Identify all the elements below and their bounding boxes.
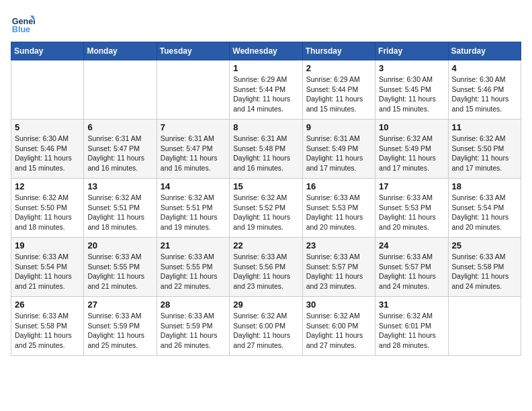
calendar-cell: 19 Sunrise: 6:33 AMSunset: 5:54 PMDaylig… <box>11 238 84 297</box>
day-number: 22 <box>233 240 298 250</box>
calendar-cell <box>11 60 84 120</box>
calendar-cell: 27 Sunrise: 6:33 AMSunset: 5:59 PMDaylig… <box>84 297 157 356</box>
calendar-cell: 11 Sunrise: 6:32 AMSunset: 5:50 PMDaylig… <box>448 120 521 179</box>
calendar-cell: 14 Sunrise: 6:32 AMSunset: 5:51 PMDaylig… <box>157 179 229 238</box>
day-info: Sunrise: 6:29 AMSunset: 5:44 PMDaylight:… <box>306 75 363 113</box>
day-number: 4 <box>452 63 517 73</box>
calendar-cell: 6 Sunrise: 6:31 AMSunset: 5:47 PMDayligh… <box>84 120 157 179</box>
day-number: 26 <box>15 300 80 310</box>
logo-icon: General Blue <box>11 11 35 35</box>
calendar-cell <box>448 297 521 356</box>
day-info: Sunrise: 6:33 AMSunset: 5:55 PMDaylight:… <box>87 253 144 290</box>
weekday-header: Sunday <box>11 42 84 60</box>
calendar-week-row: 1 Sunrise: 6:29 AMSunset: 5:44 PMDayligh… <box>11 60 521 120</box>
calendar-header: SundayMondayTuesdayWednesdayThursdayFrid… <box>11 42 521 60</box>
day-info: Sunrise: 6:33 AMSunset: 5:59 PMDaylight:… <box>87 312 144 349</box>
calendar-cell: 26 Sunrise: 6:33 AMSunset: 5:58 PMDaylig… <box>11 297 84 356</box>
day-info: Sunrise: 6:31 AMSunset: 5:48 PMDaylight:… <box>233 134 290 172</box>
calendar-cell: 20 Sunrise: 6:33 AMSunset: 5:55 PMDaylig… <box>84 238 157 297</box>
day-info: Sunrise: 6:31 AMSunset: 5:47 PMDaylight:… <box>161 134 218 172</box>
day-number: 29 <box>233 300 298 310</box>
weekday-header: Monday <box>84 42 157 60</box>
calendar-cell: 8 Sunrise: 6:31 AMSunset: 5:48 PMDayligh… <box>230 120 302 179</box>
day-number: 15 <box>233 181 298 191</box>
day-number: 7 <box>161 122 226 132</box>
day-number: 21 <box>161 240 226 250</box>
day-number: 27 <box>87 300 152 310</box>
day-info: Sunrise: 6:33 AMSunset: 5:57 PMDaylight:… <box>306 253 363 290</box>
calendar-table: SundayMondayTuesdayWednesdayThursdayFrid… <box>11 42 521 356</box>
weekday-header: Tuesday <box>157 42 229 60</box>
calendar-cell: 16 Sunrise: 6:33 AMSunset: 5:53 PMDaylig… <box>302 179 375 238</box>
calendar-week-row: 19 Sunrise: 6:33 AMSunset: 5:54 PMDaylig… <box>11 238 521 297</box>
calendar-cell: 30 Sunrise: 6:32 AMSunset: 6:00 PMDaylig… <box>302 297 375 356</box>
day-info: Sunrise: 6:33 AMSunset: 5:56 PMDaylight:… <box>233 253 290 290</box>
day-number: 14 <box>161 181 226 191</box>
day-info: Sunrise: 6:32 AMSunset: 5:50 PMDaylight:… <box>452 134 509 172</box>
calendar-cell: 7 Sunrise: 6:31 AMSunset: 5:47 PMDayligh… <box>157 120 229 179</box>
calendar-week-row: 26 Sunrise: 6:33 AMSunset: 5:58 PMDaylig… <box>11 297 521 356</box>
calendar-cell: 3 Sunrise: 6:30 AMSunset: 5:45 PMDayligh… <box>375 60 448 120</box>
day-number: 10 <box>379 122 444 132</box>
day-info: Sunrise: 6:33 AMSunset: 5:58 PMDaylight:… <box>15 312 72 349</box>
day-info: Sunrise: 6:33 AMSunset: 5:54 PMDaylight:… <box>452 193 509 231</box>
calendar-cell: 12 Sunrise: 6:32 AMSunset: 5:50 PMDaylig… <box>11 179 84 238</box>
day-info: Sunrise: 6:30 AMSunset: 5:46 PMDaylight:… <box>452 75 509 113</box>
day-info: Sunrise: 6:32 AMSunset: 5:50 PMDaylight:… <box>15 193 72 231</box>
day-number: 2 <box>306 63 371 73</box>
weekday-header: Wednesday <box>230 42 302 60</box>
calendar-cell: 25 Sunrise: 6:33 AMSunset: 5:58 PMDaylig… <box>448 238 521 297</box>
day-info: Sunrise: 6:31 AMSunset: 5:49 PMDaylight:… <box>306 134 363 172</box>
day-number: 24 <box>379 240 444 250</box>
calendar-cell: 23 Sunrise: 6:33 AMSunset: 5:57 PMDaylig… <box>302 238 375 297</box>
day-number: 13 <box>87 181 152 191</box>
day-number: 17 <box>379 181 444 191</box>
calendar-cell: 5 Sunrise: 6:30 AMSunset: 5:46 PMDayligh… <box>11 120 84 179</box>
calendar-cell <box>84 60 157 120</box>
calendar-cell: 15 Sunrise: 6:32 AMSunset: 5:52 PMDaylig… <box>230 179 302 238</box>
day-number: 12 <box>15 181 80 191</box>
day-number: 19 <box>15 240 80 250</box>
day-info: Sunrise: 6:32 AMSunset: 5:51 PMDaylight:… <box>87 193 144 231</box>
calendar-cell: 13 Sunrise: 6:32 AMSunset: 5:51 PMDaylig… <box>84 179 157 238</box>
calendar-cell: 21 Sunrise: 6:33 AMSunset: 5:55 PMDaylig… <box>157 238 229 297</box>
calendar-cell: 31 Sunrise: 6:32 AMSunset: 6:01 PMDaylig… <box>375 297 448 356</box>
calendar-cell: 18 Sunrise: 6:33 AMSunset: 5:54 PMDaylig… <box>448 179 521 238</box>
page-header: General Blue <box>11 11 521 35</box>
day-info: Sunrise: 6:31 AMSunset: 5:47 PMDaylight:… <box>87 134 144 172</box>
calendar-cell: 4 Sunrise: 6:30 AMSunset: 5:46 PMDayligh… <box>448 60 521 120</box>
day-info: Sunrise: 6:32 AMSunset: 6:00 PMDaylight:… <box>233 312 290 349</box>
day-info: Sunrise: 6:32 AMSunset: 6:01 PMDaylight:… <box>379 312 436 349</box>
day-number: 18 <box>452 181 517 191</box>
day-info: Sunrise: 6:33 AMSunset: 5:57 PMDaylight:… <box>379 253 436 290</box>
day-info: Sunrise: 6:32 AMSunset: 5:52 PMDaylight:… <box>233 193 290 231</box>
logo: General Blue <box>11 11 39 35</box>
day-info: Sunrise: 6:32 AMSunset: 6:00 PMDaylight:… <box>306 312 363 349</box>
day-info: Sunrise: 6:30 AMSunset: 5:45 PMDaylight:… <box>379 75 436 113</box>
day-number: 3 <box>379 63 444 73</box>
day-number: 1 <box>233 63 298 73</box>
day-number: 28 <box>161 300 226 310</box>
day-info: Sunrise: 6:32 AMSunset: 5:51 PMDaylight:… <box>161 193 218 231</box>
weekday-header: Thursday <box>302 42 375 60</box>
day-number: 23 <box>306 240 371 250</box>
day-number: 31 <box>379 300 444 310</box>
calendar-cell: 10 Sunrise: 6:32 AMSunset: 5:49 PMDaylig… <box>375 120 448 179</box>
day-info: Sunrise: 6:33 AMSunset: 5:55 PMDaylight:… <box>161 253 218 290</box>
day-number: 25 <box>452 240 517 250</box>
day-number: 16 <box>306 181 371 191</box>
calendar-week-row: 12 Sunrise: 6:32 AMSunset: 5:50 PMDaylig… <box>11 179 521 238</box>
weekday-header: Saturday <box>448 42 521 60</box>
calendar-cell: 24 Sunrise: 6:33 AMSunset: 5:57 PMDaylig… <box>375 238 448 297</box>
day-number: 6 <box>87 122 152 132</box>
day-info: Sunrise: 6:33 AMSunset: 5:58 PMDaylight:… <box>452 253 509 290</box>
calendar-cell: 22 Sunrise: 6:33 AMSunset: 5:56 PMDaylig… <box>230 238 302 297</box>
day-number: 8 <box>233 122 298 132</box>
svg-text:Blue: Blue <box>12 25 30 34</box>
day-number: 20 <box>87 240 152 250</box>
calendar-cell <box>157 60 229 120</box>
calendar-cell: 28 Sunrise: 6:33 AMSunset: 5:59 PMDaylig… <box>157 297 229 356</box>
calendar-cell: 29 Sunrise: 6:32 AMSunset: 6:00 PMDaylig… <box>230 297 302 356</box>
day-info: Sunrise: 6:30 AMSunset: 5:46 PMDaylight:… <box>15 134 72 172</box>
day-info: Sunrise: 6:33 AMSunset: 5:53 PMDaylight:… <box>306 193 363 231</box>
